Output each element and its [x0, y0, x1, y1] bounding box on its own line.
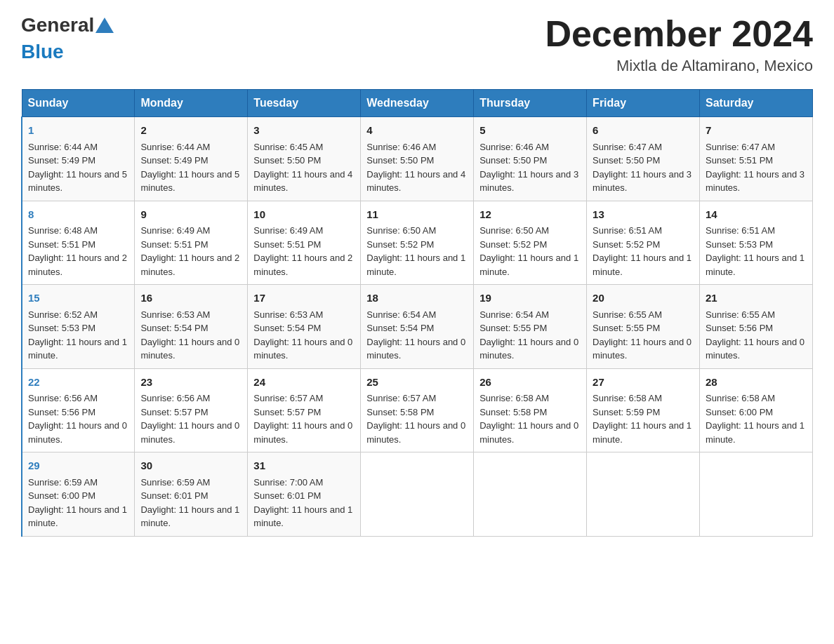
calendar-day-cell: 2 Sunrise: 6:44 AMSunset: 5:49 PMDayligh…: [135, 117, 248, 201]
day-info: Sunrise: 6:59 AMSunset: 6:00 PMDaylight:…: [28, 477, 127, 529]
day-info: Sunrise: 6:49 AMSunset: 5:51 PMDaylight:…: [140, 225, 239, 277]
day-info: Sunrise: 6:56 AMSunset: 5:57 PMDaylight:…: [140, 393, 239, 445]
calendar-day-cell: 13 Sunrise: 6:51 AMSunset: 5:52 PMDaylig…: [587, 201, 700, 285]
calendar-day-cell: 21 Sunrise: 6:55 AMSunset: 5:56 PMDaylig…: [700, 285, 813, 369]
calendar-day-cell: 22 Sunrise: 6:56 AMSunset: 5:56 PMDaylig…: [22, 368, 135, 452]
calendar-day-cell: 28 Sunrise: 6:58 AMSunset: 6:00 PMDaylig…: [700, 368, 813, 452]
day-info: Sunrise: 6:58 AMSunset: 5:58 PMDaylight:…: [479, 393, 578, 445]
calendar-day-cell: 7 Sunrise: 6:47 AMSunset: 5:51 PMDayligh…: [700, 117, 813, 201]
day-number: 31: [253, 458, 355, 474]
calendar-day-cell: 11 Sunrise: 6:50 AMSunset: 5:52 PMDaylig…: [361, 201, 474, 285]
calendar-day-cell: 9 Sunrise: 6:49 AMSunset: 5:51 PMDayligh…: [135, 201, 248, 285]
day-number: 19: [479, 290, 581, 307]
day-number: 22: [28, 375, 128, 391]
day-number: 8: [28, 207, 128, 223]
day-info: Sunrise: 6:57 AMSunset: 5:58 PMDaylight:…: [366, 393, 465, 445]
calendar-day-cell: 1 Sunrise: 6:44 AMSunset: 5:49 PMDayligh…: [22, 117, 135, 201]
calendar-header-row: Sunday Monday Tuesday Wednesday Thursday…: [22, 90, 813, 117]
calendar-day-cell: 16 Sunrise: 6:53 AMSunset: 5:54 PMDaylig…: [135, 285, 248, 369]
page-header: General Blue December 2024 Mixtla de Alt…: [21, 14, 813, 75]
page-title: December 2024: [545, 14, 813, 54]
col-friday: Friday: [587, 90, 700, 117]
day-info: Sunrise: 6:54 AMSunset: 5:54 PMDaylight:…: [366, 309, 465, 361]
day-info: Sunrise: 6:47 AMSunset: 5:50 PMDaylight:…: [593, 142, 691, 194]
col-wednesday: Wednesday: [361, 90, 474, 117]
day-number: 26: [479, 375, 581, 391]
day-number: 12: [479, 207, 581, 223]
day-info: Sunrise: 6:55 AMSunset: 5:55 PMDaylight:…: [593, 309, 691, 361]
calendar-week-row: 1 Sunrise: 6:44 AMSunset: 5:49 PMDayligh…: [22, 117, 813, 201]
calendar-day-cell: 30 Sunrise: 6:59 AMSunset: 6:01 PMDaylig…: [135, 452, 248, 537]
day-number: 25: [366, 375, 468, 391]
day-number: 13: [593, 207, 694, 223]
calendar-day-cell: [474, 452, 587, 537]
day-info: Sunrise: 6:56 AMSunset: 5:56 PMDaylight:…: [28, 393, 127, 445]
day-number: 6: [593, 123, 694, 139]
day-info: Sunrise: 6:50 AMSunset: 5:52 PMDaylight:…: [366, 225, 465, 277]
calendar-day-cell: 5 Sunrise: 6:46 AMSunset: 5:50 PMDayligh…: [474, 117, 587, 201]
day-info: Sunrise: 6:52 AMSunset: 5:53 PMDaylight:…: [28, 309, 127, 361]
day-number: 23: [140, 375, 241, 391]
calendar-week-row: 29 Sunrise: 6:59 AMSunset: 6:00 PMDaylig…: [22, 452, 813, 537]
day-number: 11: [366, 207, 468, 223]
calendar-day-cell: 6 Sunrise: 6:47 AMSunset: 5:50 PMDayligh…: [587, 117, 700, 201]
calendar-day-cell: 20 Sunrise: 6:55 AMSunset: 5:55 PMDaylig…: [587, 285, 700, 369]
day-number: 15: [28, 290, 128, 307]
calendar-day-cell: 29 Sunrise: 6:59 AMSunset: 6:00 PMDaylig…: [22, 452, 135, 537]
day-number: 24: [253, 375, 355, 391]
calendar-day-cell: [361, 452, 474, 537]
day-info: Sunrise: 6:59 AMSunset: 6:01 PMDaylight:…: [140, 477, 239, 529]
col-sunday: Sunday: [22, 90, 135, 117]
col-monday: Monday: [135, 90, 248, 117]
calendar-day-cell: 15 Sunrise: 6:52 AMSunset: 5:53 PMDaylig…: [22, 285, 135, 369]
calendar-day-cell: 19 Sunrise: 6:54 AMSunset: 5:55 PMDaylig…: [474, 285, 587, 369]
day-number: 30: [140, 458, 241, 474]
calendar-day-cell: 23 Sunrise: 6:56 AMSunset: 5:57 PMDaylig…: [135, 368, 248, 452]
day-info: Sunrise: 6:47 AMSunset: 5:51 PMDaylight:…: [706, 142, 805, 194]
page-subtitle: Mixtla de Altamirano, Mexico: [545, 57, 813, 75]
logo: General Blue: [21, 14, 114, 63]
day-info: Sunrise: 6:46 AMSunset: 5:50 PMDaylight:…: [366, 142, 465, 194]
logo-general-text: General: [21, 14, 94, 36]
day-info: Sunrise: 6:44 AMSunset: 5:49 PMDaylight:…: [140, 142, 239, 194]
calendar-day-cell: 14 Sunrise: 6:51 AMSunset: 5:53 PMDaylig…: [700, 201, 813, 285]
day-number: 7: [706, 123, 807, 139]
day-number: 2: [140, 123, 241, 139]
logo-blue-text: Blue: [21, 41, 64, 63]
day-info: Sunrise: 7:00 AMSunset: 6:01 PMDaylight:…: [253, 477, 352, 529]
day-number: 28: [706, 375, 807, 391]
day-info: Sunrise: 6:53 AMSunset: 5:54 PMDaylight:…: [140, 309, 239, 361]
title-block: December 2024 Mixtla de Altamirano, Mexi…: [545, 14, 813, 75]
calendar-week-row: 15 Sunrise: 6:52 AMSunset: 5:53 PMDaylig…: [22, 285, 813, 369]
calendar-day-cell: 27 Sunrise: 6:58 AMSunset: 5:59 PMDaylig…: [587, 368, 700, 452]
calendar-week-row: 22 Sunrise: 6:56 AMSunset: 5:56 PMDaylig…: [22, 368, 813, 452]
day-info: Sunrise: 6:58 AMSunset: 6:00 PMDaylight:…: [706, 393, 805, 445]
day-number: 20: [593, 290, 694, 307]
calendar-day-cell: 24 Sunrise: 6:57 AMSunset: 5:57 PMDaylig…: [248, 368, 361, 452]
calendar-day-cell: 8 Sunrise: 6:48 AMSunset: 5:51 PMDayligh…: [22, 201, 135, 285]
day-number: 16: [140, 290, 241, 307]
calendar-day-cell: 3 Sunrise: 6:45 AMSunset: 5:50 PMDayligh…: [248, 117, 361, 201]
day-info: Sunrise: 6:45 AMSunset: 5:50 PMDaylight:…: [253, 142, 352, 194]
col-thursday: Thursday: [474, 90, 587, 117]
calendar-day-cell: 17 Sunrise: 6:53 AMSunset: 5:54 PMDaylig…: [248, 285, 361, 369]
day-number: 21: [706, 290, 807, 307]
day-number: 10: [253, 207, 355, 223]
calendar-day-cell: 12 Sunrise: 6:50 AMSunset: 5:52 PMDaylig…: [474, 201, 587, 285]
calendar-week-row: 8 Sunrise: 6:48 AMSunset: 5:51 PMDayligh…: [22, 201, 813, 285]
day-info: Sunrise: 6:48 AMSunset: 5:51 PMDaylight:…: [28, 225, 127, 277]
day-number: 9: [140, 207, 241, 223]
day-info: Sunrise: 6:44 AMSunset: 5:49 PMDaylight:…: [28, 142, 127, 194]
day-info: Sunrise: 6:55 AMSunset: 5:56 PMDaylight:…: [706, 309, 805, 361]
day-number: 18: [366, 290, 468, 307]
day-number: 17: [253, 290, 355, 307]
day-info: Sunrise: 6:54 AMSunset: 5:55 PMDaylight:…: [479, 309, 578, 361]
calendar-day-cell: [700, 452, 813, 537]
day-info: Sunrise: 6:49 AMSunset: 5:51 PMDaylight:…: [253, 225, 352, 277]
day-number: 4: [366, 123, 468, 139]
day-number: 3: [253, 123, 355, 139]
day-info: Sunrise: 6:58 AMSunset: 5:59 PMDaylight:…: [593, 393, 691, 445]
col-tuesday: Tuesday: [248, 90, 361, 117]
day-number: 14: [706, 207, 807, 223]
day-info: Sunrise: 6:50 AMSunset: 5:52 PMDaylight:…: [479, 225, 578, 277]
